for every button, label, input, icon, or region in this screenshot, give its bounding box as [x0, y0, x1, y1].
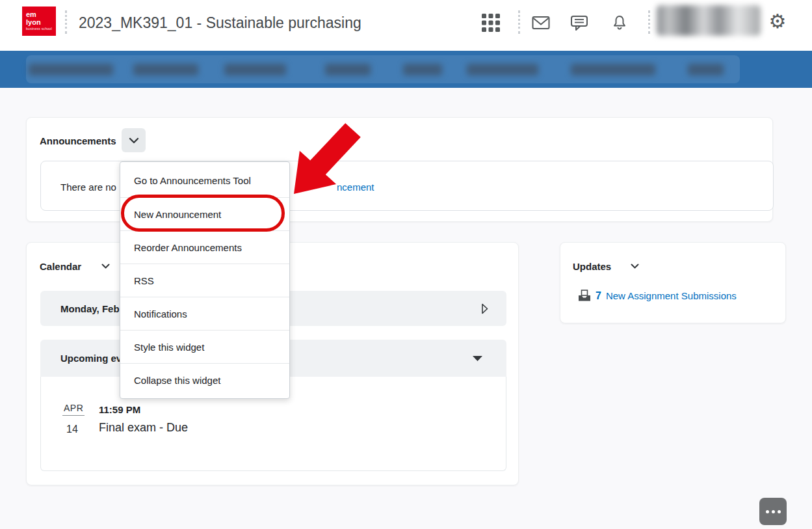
course-title[interactable]: 2023_MK391_01 - Sustainable purchasing: [79, 14, 361, 32]
emlyon-logo[interactable]: em lyon business school: [22, 7, 56, 36]
nav-redacted-item[interactable]: [571, 64, 655, 75]
menu-item-rss[interactable]: RSS: [120, 264, 289, 297]
upcoming-events-heading: Upcoming ev: [60, 353, 122, 364]
nav-redacted-item[interactable]: [133, 64, 198, 75]
nav-redacted-item[interactable]: [224, 64, 286, 75]
updates-menu-button[interactable]: [631, 264, 639, 269]
submissions-count: 7: [596, 290, 601, 302]
assignment-submissions-link-row[interactable]: 7 New Assignment Submissions: [578, 290, 737, 302]
updates-title: Updates: [573, 261, 611, 272]
create-announcement-link[interactable]: ncement: [337, 182, 374, 193]
chat-icon[interactable]: [568, 12, 590, 34]
assignments-icon: [578, 290, 591, 302]
ellipsis-icon: [766, 510, 769, 513]
next-day-arrow-icon[interactable]: [481, 303, 488, 314]
envelope-icon: [532, 16, 550, 30]
event-time: 11:59 PM: [99, 404, 140, 415]
announcements-dropdown-menu: Go to Announcements Tool New Announcemen…: [120, 161, 290, 399]
announcements-menu-button[interactable]: [122, 128, 146, 152]
event-day: 14: [66, 424, 78, 435]
bell-icon[interactable]: [609, 12, 631, 34]
app-grid-icon[interactable]: [480, 12, 502, 34]
menu-item-reorder-announcements[interactable]: Reorder Announcements: [120, 230, 289, 264]
nav-redacted-item[interactable]: [29, 64, 113, 75]
chevron-down-icon: [631, 264, 639, 269]
calendar-title: Calendar: [40, 261, 81, 272]
announcements-empty-text: There are no: [60, 182, 116, 193]
announcements-title: Announcements: [40, 135, 116, 146]
header-divider: [648, 10, 650, 34]
logo-line: lyon: [26, 19, 56, 27]
calendar-menu-button[interactable]: [101, 264, 110, 269]
course-navbar: [0, 51, 812, 88]
gear-icon[interactable]: ⚙: [766, 10, 789, 33]
top-header: em lyon business school 2023_MK391_01 - …: [0, 0, 812, 51]
nav-redacted-item[interactable]: [403, 64, 442, 75]
gear-glyph: ⚙: [769, 12, 787, 31]
nav-redacted-item[interactable]: [467, 64, 538, 75]
page: em lyon business school 2023_MK391_01 - …: [0, 0, 812, 529]
menu-item-go-to-announcements-tool[interactable]: Go to Announcements Tool: [120, 164, 289, 197]
header-divider: [65, 10, 67, 34]
event-title: Final exam - Due: [99, 421, 188, 435]
waffle-icon: [481, 13, 501, 33]
nav-redacted-item[interactable]: [688, 64, 724, 75]
chevron-down-icon: [101, 264, 110, 269]
menu-item-collapse-this-widget[interactable]: Collapse this widget: [120, 363, 289, 396]
nav-redacted-item[interactable]: [325, 64, 371, 75]
mail-icon[interactable]: [530, 12, 552, 34]
notification-bell-icon: [611, 14, 628, 31]
speech-bubble-icon: [570, 15, 588, 31]
user-name-redacted[interactable]: [657, 5, 761, 36]
menu-item-style-this-widget[interactable]: Style this widget: [120, 330, 289, 363]
event-month: APR: [62, 403, 85, 416]
logo-line: business school: [26, 27, 56, 31]
ellipsis-icon: [778, 510, 781, 513]
ellipsis-icon: [772, 510, 775, 513]
menu-item-notifications[interactable]: Notifications: [120, 297, 289, 330]
calendar-date-heading: Monday, Feb: [60, 303, 120, 314]
new-assignment-submissions-link[interactable]: New Assignment Submissions: [606, 290, 737, 301]
chevron-down-icon: [129, 137, 139, 144]
menu-item-new-announcement[interactable]: New Announcement: [120, 197, 289, 230]
header-divider: [518, 10, 520, 34]
updates-widget: Updates 7 New Assignment Submissions: [560, 242, 786, 323]
collapse-triangle-icon[interactable]: [472, 355, 483, 362]
floating-options-button[interactable]: [759, 498, 787, 525]
